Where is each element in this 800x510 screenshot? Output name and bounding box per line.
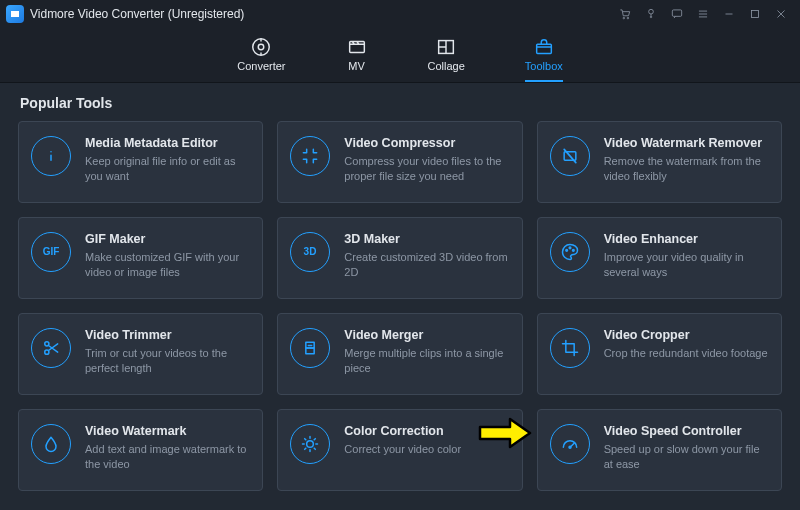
app-title: Vidmore Video Converter (Unregistered) bbox=[30, 7, 244, 21]
svg-point-6 bbox=[259, 44, 265, 50]
main-tabs: Converter MV Collage Toolbox bbox=[0, 28, 800, 83]
gif-icon: GIF bbox=[31, 232, 71, 272]
tool-color-correction[interactable]: Color Correction Correct your video colo… bbox=[277, 409, 522, 491]
tool-title: Media Metadata Editor bbox=[85, 136, 250, 150]
svg-point-15 bbox=[572, 250, 574, 252]
tools-grid: Media Metadata Editor Keep original file… bbox=[18, 121, 782, 491]
3d-icon: 3D bbox=[290, 232, 330, 272]
tool-title: Video Watermark bbox=[85, 424, 250, 438]
tool-title: Video Watermark Remover bbox=[604, 136, 769, 150]
tool-title: Video Enhancer bbox=[604, 232, 769, 246]
tool-title: Color Correction bbox=[344, 424, 509, 438]
crop-icon bbox=[550, 328, 590, 368]
tool-video-cropper[interactable]: Video Cropper Crop the redundant video f… bbox=[537, 313, 782, 395]
palette-icon bbox=[550, 232, 590, 272]
tab-label: Toolbox bbox=[525, 60, 563, 72]
menu-icon[interactable] bbox=[690, 4, 716, 24]
tool-media-metadata-editor[interactable]: Media Metadata Editor Keep original file… bbox=[18, 121, 263, 203]
tool-title: Video Speed Controller bbox=[604, 424, 769, 438]
close-button[interactable] bbox=[768, 4, 794, 24]
tab-collage[interactable]: Collage bbox=[428, 36, 465, 82]
svg-point-14 bbox=[569, 247, 571, 249]
tool-desc: Improve your video quality in several wa… bbox=[604, 250, 769, 280]
tool-desc: Make customized GIF with your video or i… bbox=[85, 250, 250, 280]
svg-text:GIF: GIF bbox=[43, 246, 60, 257]
tool-title: Video Cropper bbox=[604, 328, 769, 342]
speedometer-icon bbox=[550, 424, 590, 464]
toolbox-icon bbox=[525, 36, 563, 58]
tab-label: MV bbox=[346, 60, 368, 72]
feedback-icon[interactable] bbox=[664, 4, 690, 24]
titlebar: Vidmore Video Converter (Unregistered) bbox=[0, 0, 800, 28]
tool-desc: Correct your video color bbox=[344, 442, 509, 457]
scissors-icon bbox=[31, 328, 71, 368]
tool-desc: Keep original file info or edit as you w… bbox=[85, 154, 250, 184]
merge-icon bbox=[290, 328, 330, 368]
tool-desc: Trim or cut your videos to the perfect l… bbox=[85, 346, 250, 376]
tab-toolbox[interactable]: Toolbox bbox=[525, 36, 563, 82]
drop-icon bbox=[31, 424, 71, 464]
cart-icon[interactable] bbox=[612, 4, 638, 24]
tool-video-speed-controller[interactable]: Video Speed Controller Speed up or slow … bbox=[537, 409, 782, 491]
key-icon[interactable] bbox=[638, 4, 664, 24]
tool-title: GIF Maker bbox=[85, 232, 250, 246]
svg-rect-7 bbox=[349, 42, 364, 53]
tool-desc: Speed up or slow down your file at ease bbox=[604, 442, 769, 472]
tool-title: 3D Maker bbox=[344, 232, 509, 246]
content-area: Popular Tools Media Metadata Editor Keep… bbox=[0, 83, 800, 510]
svg-point-1 bbox=[627, 17, 629, 19]
app-logo bbox=[6, 5, 24, 23]
converter-icon bbox=[237, 36, 285, 58]
tool-title: Video Trimmer bbox=[85, 328, 250, 342]
svg-point-0 bbox=[623, 17, 625, 19]
svg-rect-4 bbox=[752, 11, 759, 18]
tool-gif-maker[interactable]: GIF GIF Maker Make customized GIF with y… bbox=[18, 217, 263, 299]
tool-desc: Compress your video files to the proper … bbox=[344, 154, 509, 184]
tab-label: Converter bbox=[237, 60, 285, 72]
minimize-button[interactable] bbox=[716, 4, 742, 24]
tool-video-watermark[interactable]: Video Watermark Add text and image water… bbox=[18, 409, 263, 491]
tool-video-trimmer[interactable]: Video Trimmer Trim or cut your videos to… bbox=[18, 313, 263, 395]
tool-video-watermark-remover[interactable]: Video Watermark Remover Remove the water… bbox=[537, 121, 782, 203]
mv-icon bbox=[346, 36, 368, 58]
svg-point-21 bbox=[569, 446, 571, 448]
tool-video-enhancer[interactable]: Video Enhancer Improve your video qualit… bbox=[537, 217, 782, 299]
tool-3d-maker[interactable]: 3D 3D Maker Create customized 3D video f… bbox=[277, 217, 522, 299]
svg-point-2 bbox=[649, 9, 654, 14]
tool-desc: Crop the redundant video footage bbox=[604, 346, 769, 361]
svg-point-20 bbox=[307, 441, 314, 448]
tool-desc: Merge multiple clips into a single piece bbox=[344, 346, 509, 376]
tab-mv[interactable]: MV bbox=[346, 36, 368, 82]
tab-label: Collage bbox=[428, 60, 465, 72]
info-icon bbox=[31, 136, 71, 176]
tool-video-merger[interactable]: Video Merger Merge multiple clips into a… bbox=[277, 313, 522, 395]
tool-desc: Create customized 3D video from 2D bbox=[344, 250, 509, 280]
brightness-icon bbox=[290, 424, 330, 464]
svg-rect-19 bbox=[306, 348, 314, 354]
tab-converter[interactable]: Converter bbox=[237, 36, 285, 82]
tool-title: Video Merger bbox=[344, 328, 509, 342]
collage-icon bbox=[428, 36, 465, 58]
tool-video-compressor[interactable]: Video Compressor Compress your video fil… bbox=[277, 121, 522, 203]
maximize-button[interactable] bbox=[742, 4, 768, 24]
tool-title: Video Compressor bbox=[344, 136, 509, 150]
svg-point-13 bbox=[565, 250, 567, 252]
section-title: Popular Tools bbox=[20, 95, 782, 111]
tool-desc: Remove the watermark from the video flex… bbox=[604, 154, 769, 184]
svg-rect-9 bbox=[536, 44, 551, 53]
compress-icon bbox=[290, 136, 330, 176]
tool-desc: Add text and image watermark to the vide… bbox=[85, 442, 250, 472]
watermark-remove-icon bbox=[550, 136, 590, 176]
svg-text:3D: 3D bbox=[304, 246, 317, 257]
